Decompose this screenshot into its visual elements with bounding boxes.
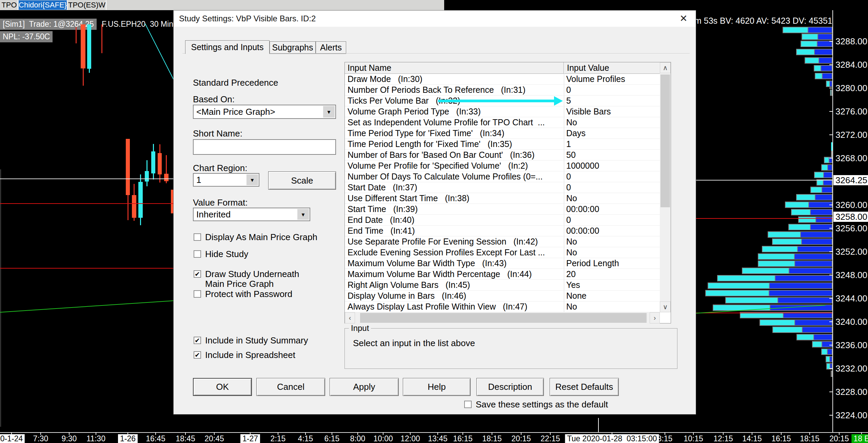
time-label: 11:30 bbox=[86, 434, 105, 443]
table-row[interactable]: Number of Bars for 'Based On Bar Count' … bbox=[345, 150, 660, 161]
input-name-cell: Number Of Periods Back To Reference (In:… bbox=[348, 85, 562, 96]
description-button[interactable]: Description bbox=[476, 378, 544, 396]
pointer-arrow-icon bbox=[554, 96, 563, 106]
input-value-cell: None bbox=[566, 291, 658, 301]
checkbox-hide-study[interactable] bbox=[194, 250, 201, 258]
tab-subgraphs[interactable]: Subgraphs bbox=[270, 41, 316, 54]
table-row[interactable]: Display Volume in Bars (In:46)None bbox=[345, 291, 660, 301]
table-row[interactable]: Number Of Periods Back To Reference (In:… bbox=[345, 85, 660, 96]
input-name-cell: Use Separate Profile For Evening Session… bbox=[348, 236, 562, 247]
input-name-cell: Start Date (In:37) bbox=[348, 182, 562, 193]
chevron-down-icon[interactable]: ▼ bbox=[297, 209, 309, 220]
value-format-select[interactable]: Inherited ▼ bbox=[193, 208, 310, 221]
table-row[interactable]: Number Of Days To Calculate Volume Profi… bbox=[345, 171, 660, 182]
table-row[interactable]: Use Separate Profile For Evening Session… bbox=[345, 236, 660, 247]
input-name-cell: End Time (In:41) bbox=[348, 226, 562, 236]
input-name-cell: Number Of Days To Calculate Volume Profi… bbox=[348, 171, 562, 182]
table-row[interactable]: Use Different Start Time (In:38)No bbox=[345, 193, 660, 204]
tab-label: Settings and Inputs bbox=[191, 42, 263, 52]
based-on-value: <Main Price Graph> bbox=[196, 105, 322, 118]
input-value-cell: No bbox=[566, 193, 658, 204]
time-label: 16:45 bbox=[146, 434, 165, 443]
input-value-cell: 50 bbox=[566, 150, 658, 161]
cancel-button[interactable]: Cancel bbox=[256, 378, 325, 396]
chevron-down-icon[interactable]: ▼ bbox=[323, 106, 335, 118]
input-name-cell: Volume Graph Period Type (In:33) bbox=[348, 106, 562, 117]
input-groupbox-label: Input bbox=[349, 323, 371, 333]
checkbox-include-in-spreadsheet[interactable]: ✔ bbox=[194, 351, 201, 359]
scale-button-label: Scale bbox=[291, 175, 313, 186]
input-name-cell: Maximum Volume Bar Width Percentage (In:… bbox=[348, 269, 562, 280]
table-row[interactable]: Volume Per Profile for 'Specified Volume… bbox=[345, 161, 660, 171]
scroll-down-icon[interactable]: ∨ bbox=[660, 301, 671, 312]
tab-settings-and-inputs[interactable]: Settings and Inputs bbox=[185, 40, 270, 54]
close-icon[interactable]: ✕ bbox=[676, 10, 691, 27]
horizontal-scroll-thumb[interactable] bbox=[360, 313, 647, 323]
table-row[interactable]: Volume Graph Period Type (In:33)Visible … bbox=[345, 106, 660, 117]
checkbox-include-in-study-summary[interactable]: ✔ bbox=[194, 337, 201, 344]
time-label: 6:15 bbox=[324, 434, 340, 443]
scroll-right-icon[interactable]: › bbox=[650, 312, 660, 323]
save-default-label: Save these settings as the default bbox=[476, 400, 608, 409]
input-value-cell: 0 bbox=[566, 215, 658, 226]
checkbox-draw-study-underneath-label: Draw Study Underneath Main Price Graph bbox=[205, 269, 299, 289]
scroll-up-icon[interactable]: ∧ bbox=[660, 62, 671, 73]
input-value-cell: No bbox=[566, 301, 658, 312]
time-label: 4:15 bbox=[298, 434, 313, 443]
reset-defaults-button[interactable]: Reset Defaults bbox=[550, 378, 619, 396]
input-name-cell: Set as Independent Volume Profile for TP… bbox=[348, 117, 562, 128]
tab-alerts[interactable]: Alerts bbox=[316, 41, 346, 54]
time-tick-major bbox=[598, 418, 599, 432]
checkbox-display-as-main-price-graph-label: Display As Main Price Graph bbox=[205, 232, 317, 242]
scale-button[interactable]: Scale bbox=[268, 171, 336, 190]
table-row[interactable]: Maximum Volume Bar Width Type (In:43)Per… bbox=[345, 258, 660, 269]
vertical-scroll-thumb[interactable] bbox=[660, 75, 670, 207]
time-label: 18:15 bbox=[800, 434, 820, 443]
time-label: 18:15 bbox=[482, 434, 502, 443]
table-row[interactable]: Time Period Length for 'Fixed Time' (In:… bbox=[345, 139, 660, 150]
input-name-header[interactable]: Input Name bbox=[345, 62, 564, 74]
table-row[interactable]: Set as Independent Volume Profile for TP… bbox=[345, 117, 660, 128]
time-label: 20:15 bbox=[829, 434, 849, 443]
input-value-header[interactable]: Input Value bbox=[564, 62, 660, 74]
based-on-select[interactable]: <Main Price Graph> ▼ bbox=[193, 105, 336, 119]
table-row[interactable]: Right Align Volume Bars (In:45)Yes bbox=[345, 280, 660, 291]
table-row[interactable]: Exclude Evening Session Profiles Except … bbox=[345, 247, 660, 258]
vertical-scrollbar[interactable]: ∧ ∨ bbox=[660, 62, 671, 312]
input-value-cell: 1 bbox=[566, 139, 658, 150]
checkbox-draw-study-underneath[interactable]: ✔ bbox=[194, 270, 201, 278]
chart-region-select[interactable]: 1 ▼ bbox=[193, 173, 259, 187]
chevron-down-icon[interactable]: ▼ bbox=[246, 174, 258, 185]
time-label: Tue 2020-01-28 03:15:00 bbox=[565, 434, 659, 443]
time-label: 16:15 bbox=[453, 434, 473, 443]
short-name-input[interactable] bbox=[193, 139, 336, 155]
value-format-value: Inherited bbox=[196, 208, 296, 220]
time-label: 13:45 bbox=[428, 434, 448, 443]
table-row[interactable]: Start Date (In:37)0 bbox=[345, 182, 660, 193]
table-row[interactable]: Always Display Last Profile Within View … bbox=[345, 301, 660, 312]
save-default-checkbox[interactable] bbox=[464, 401, 472, 408]
time-label: 12:00 bbox=[400, 434, 420, 443]
chart-region-label: Chart Region: bbox=[193, 163, 247, 173]
table-row[interactable]: Time Period Type for 'Fixed Time' (In:34… bbox=[345, 128, 660, 139]
horizontal-scrollbar[interactable]: ‹ › bbox=[345, 312, 660, 323]
time-label: 0-1-24 bbox=[0, 434, 25, 443]
table-row[interactable]: Start Time (In:39)00:00:00 bbox=[345, 204, 660, 215]
checkbox-display-as-main-price-graph[interactable] bbox=[194, 233, 201, 241]
time-label: 18:45 bbox=[176, 434, 195, 443]
apply-button[interactable]: Apply bbox=[330, 378, 399, 396]
checkbox-protect-with-password[interactable] bbox=[194, 290, 201, 298]
table-row[interactable]: End Time (In:41)00:00:00 bbox=[345, 226, 660, 236]
input-groupbox: Input Select an input in the list above bbox=[344, 328, 677, 369]
scroll-left-icon[interactable]: ‹ bbox=[345, 312, 355, 323]
dialog-titlebar[interactable]: Study Settings: VbP Visible Bars. ID:2 ✕ bbox=[174, 10, 696, 27]
time-label: 12:15 bbox=[713, 434, 733, 443]
checkbox-hide-study-label: Hide Study bbox=[205, 249, 248, 259]
app-screen: TPOChidori{SAFE}TPO(ES)W [Sim1] Trade: 1… bbox=[0, 0, 868, 443]
input-name-cell: Always Display Last Profile Within View … bbox=[348, 301, 562, 312]
ok-button[interactable]: OK bbox=[193, 378, 252, 396]
table-row[interactable]: End Date (In:40)0 bbox=[345, 215, 660, 226]
table-row[interactable]: Draw Mode (In:30)Volume Profiles bbox=[345, 74, 660, 85]
help-button[interactable]: Help bbox=[403, 378, 471, 396]
table-row[interactable]: Maximum Volume Bar Width Percentage (In:… bbox=[345, 269, 660, 280]
